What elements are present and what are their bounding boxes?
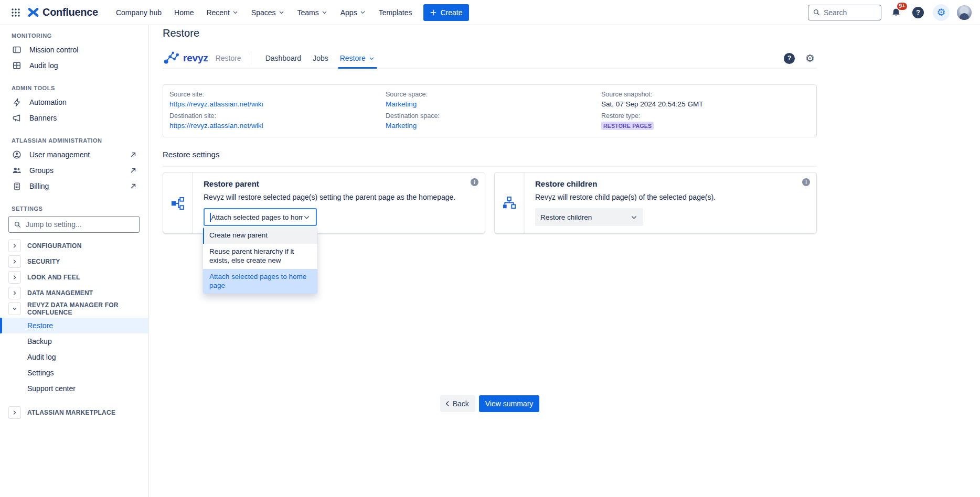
sidebar-item-restore[interactable]: Restore — [0, 318, 148, 333]
app-switcher-icon[interactable] — [7, 4, 24, 21]
user-icon — [12, 150, 22, 159]
nav-item-spaces[interactable]: Spaces — [246, 5, 290, 20]
restore-children-select-wrap: Restore children — [535, 208, 643, 226]
tab-restore[interactable]: Restore — [334, 49, 381, 68]
help-icon[interactable]: ? — [784, 53, 795, 64]
card-body: Restore parent Revyz will restore select… — [193, 172, 485, 233]
search-input[interactable] — [824, 8, 877, 17]
restore-parent-select[interactable]: Attach selected pages to home page — [204, 208, 317, 226]
chevron-right-icon[interactable] — [8, 240, 21, 252]
audit-log-icon — [12, 61, 22, 70]
settings-button[interactable]: ⚙ — [933, 4, 950, 21]
settings-group-marketplace[interactable]: ATLASSIAN MARKETPLACE — [0, 405, 148, 420]
create-button[interactable]: Create — [423, 4, 468, 21]
sidebar-item-mission-control[interactable]: Mission control — [8, 42, 140, 58]
revyz-app-header: revyz Restore Dashboard Jobs Restore ? ⚙ — [163, 49, 817, 69]
confluence-mark-icon — [27, 6, 39, 18]
back-button[interactable]: Back — [440, 395, 475, 412]
card-title: Restore children — [535, 179, 806, 188]
text-cursor — [210, 213, 211, 222]
main-content: Restore revyz Restore — [148, 25, 980, 497]
settings-group-revyz[interactable]: REVYZ DATA MANAGER FOR CONFLUENCE — [0, 301, 148, 317]
sidebar-item-revyz-audit-log[interactable]: Audit log — [0, 349, 148, 365]
confluence-logo[interactable]: Confluence — [27, 6, 98, 18]
sidebar-item-support-center[interactable]: Support center — [0, 381, 148, 396]
chevron-left-icon — [443, 399, 452, 408]
sidebar-item-audit-log[interactable]: Audit log — [8, 58, 140, 73]
card-title: Restore parent — [204, 179, 474, 188]
info-icon[interactable]: i — [471, 178, 478, 186]
chevron-right-icon[interactable] — [8, 255, 21, 268]
global-search[interactable] — [808, 5, 881, 20]
nav-item-recent[interactable]: Recent — [201, 5, 243, 20]
sidebar-item-label: Banners — [29, 114, 57, 122]
help-button[interactable]: ? — [911, 5, 925, 20]
people-icon — [12, 166, 22, 175]
nav-item-apps[interactable]: Apps — [335, 5, 371, 20]
tab-dashboard[interactable]: Dashboard — [260, 49, 307, 68]
revyz-mark-icon — [163, 51, 179, 66]
nav-item-teams[interactable]: Teams — [292, 5, 333, 20]
notifications-button[interactable]: 9+ — [889, 5, 903, 20]
restore-parent-card: Restore parent Revyz will restore select… — [163, 172, 485, 234]
card-description: Revyz will restore selected page(s) sett… — [204, 193, 474, 201]
app-window: Confluence Company hub Home Recent Space… — [0, 0, 980, 497]
sidebar-item-label: Billing — [29, 182, 49, 190]
app-header-icons: ? ⚙ — [784, 53, 817, 64]
gear-icon[interactable]: ⚙ — [805, 53, 815, 63]
chevron-right-icon[interactable] — [8, 406, 21, 419]
source-snapshot-value: Sat, 07 Sep 2024 20:54:25 GMT — [601, 100, 800, 108]
restore-children-select[interactable]: Restore children — [535, 208, 643, 226]
settings-group-security[interactable]: SECURITY — [0, 254, 148, 269]
destination-site-link[interactable]: https://revyz.atlassian.net/wiki — [169, 122, 375, 129]
view-summary-button[interactable]: View summary — [479, 395, 540, 412]
card-description: Revyz will restore child page(s) of the … — [535, 193, 806, 201]
sidebar-item-label: User management — [29, 150, 90, 159]
restore-settings-heading: Restore settings — [163, 150, 817, 167]
section-atlassian-administration: ATLASSIAN ADMINISTRATION User management… — [0, 137, 148, 194]
chevron-down-icon — [321, 9, 328, 16]
restore-parent-select-wrap: Attach selected pages to home page Creat… — [204, 208, 317, 226]
nav-item-home[interactable]: Home — [169, 5, 199, 20]
source-site-link[interactable]: https://revyz.atlassian.net/wiki — [169, 100, 375, 108]
sidebar-item-backup[interactable]: Backup — [0, 333, 148, 349]
destination-space-link[interactable]: Marketing — [386, 122, 591, 129]
megaphone-icon — [12, 113, 22, 123]
chevron-right-icon[interactable] — [8, 287, 21, 299]
option-create-new-parent[interactable]: Create new parent — [203, 228, 317, 244]
info-icon[interactable]: i — [802, 178, 810, 186]
sidebar-item-user-management[interactable]: User management — [8, 147, 140, 163]
option-reuse-parent-hierarchy[interactable]: Reuse parent hierarchy if it exists, els… — [203, 244, 317, 269]
field-destination-site: Destination site: https://revyz.atlassia… — [169, 112, 386, 130]
chevron-down-icon[interactable] — [8, 302, 21, 315]
sidebar-item-billing[interactable]: Billing — [8, 178, 140, 194]
settings-group-configuration[interactable]: CONFIGURATION — [0, 238, 148, 254]
source-space-link[interactable]: Marketing — [386, 100, 591, 108]
settings-group-look-and-feel[interactable]: LOOK AND FEEL — [0, 269, 148, 285]
page-title: Restore — [163, 27, 817, 39]
settings-group-data-management[interactable]: DATA MANAGEMENT — [0, 285, 148, 301]
mission-control-icon — [12, 45, 22, 55]
sidebar-item-automation[interactable]: Automation — [8, 94, 140, 110]
chevron-down-icon — [278, 9, 285, 16]
field-restore-type: Restore type: RESTORE PAGES — [601, 112, 810, 130]
plus-icon — [430, 9, 437, 16]
app-name: Confluence — [42, 6, 98, 18]
user-avatar[interactable] — [957, 5, 972, 20]
chevron-down-icon — [303, 213, 311, 221]
jump-to-setting-search[interactable] — [8, 216, 140, 233]
chevron-right-icon[interactable] — [8, 271, 21, 284]
navbar-right: 9+ ? ⚙ — [808, 4, 972, 21]
sidebar-item-groups[interactable]: Groups — [8, 163, 140, 178]
sidebar-item-label: Groups — [29, 166, 54, 175]
sidebar-item-revyz-settings[interactable]: Settings — [0, 365, 148, 381]
nav-item-company-hub[interactable]: Company hub — [111, 5, 167, 20]
sidebar-item-banners[interactable]: Banners — [8, 110, 140, 126]
jump-to-setting-input[interactable] — [26, 220, 134, 229]
nav-item-templates[interactable]: Templates — [374, 5, 418, 20]
tab-jobs[interactable]: Jobs — [307, 49, 334, 68]
external-link-icon — [130, 183, 136, 189]
revyz-logo[interactable]: revyz — [163, 51, 208, 66]
card-icon-column — [495, 172, 525, 233]
option-attach-to-home-page[interactable]: Attach selected pages to home page — [203, 269, 317, 294]
